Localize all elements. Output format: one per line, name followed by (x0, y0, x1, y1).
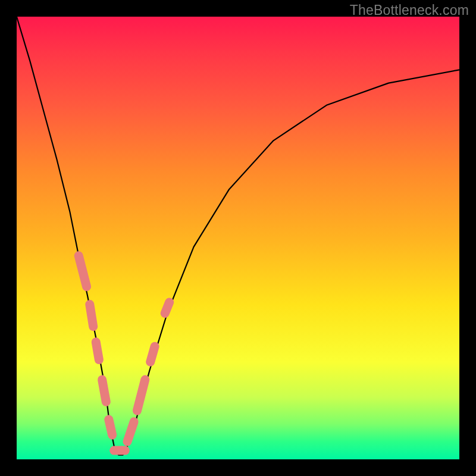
highlight-segment (102, 380, 107, 402)
highlight-segment (96, 342, 99, 360)
highlight-segment (79, 256, 86, 287)
plot-gradient-area (17, 17, 459, 459)
watermark-text: TheBottleneck.com (350, 2, 469, 18)
chart-overlay (17, 17, 459, 459)
bottleneck-curve (17, 17, 459, 455)
highlight-segment (127, 422, 134, 441)
highlight-segment (109, 419, 112, 435)
highlight-segment (137, 380, 145, 411)
highlight-segment (165, 302, 170, 314)
highlight-segments (79, 256, 170, 450)
chart-frame: TheBottleneck.com (0, 0, 476, 476)
highlight-segment (151, 346, 155, 362)
highlight-segment (90, 305, 93, 327)
